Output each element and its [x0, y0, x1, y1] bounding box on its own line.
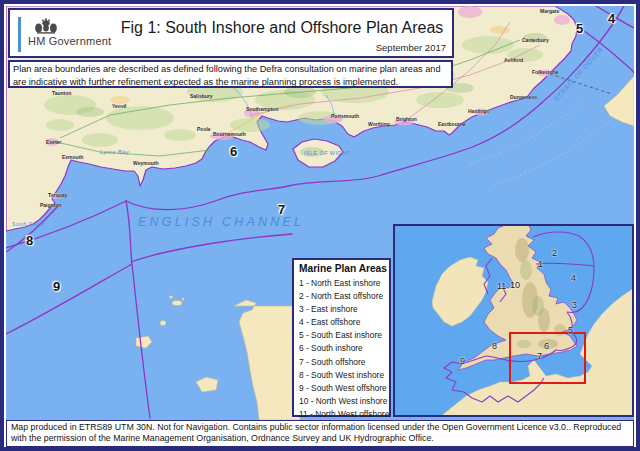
legend-item: 7 - South offshore: [299, 356, 387, 369]
legend-item: 1 - North East inshore: [299, 277, 387, 290]
disclaimer-box: Plan area boundaries are described as de…: [8, 60, 453, 88]
header-box: HM Government Fig 1: South Inshore and O…: [8, 8, 454, 58]
figure-date: September 2017: [376, 42, 446, 53]
legend-title: Marine Plan Areas: [299, 263, 387, 274]
org-name: HM Government: [28, 35, 111, 47]
footer-box: Map produced in ETRS89 UTM 30N. Not for …: [6, 420, 634, 447]
figure-frame: ENGLISH CHANNELSTRAIT OF DOVERLyme BayIS…: [0, 0, 640, 451]
inset-overview-map: [393, 224, 634, 417]
logo-body: HM Government: [28, 17, 111, 47]
legend-item: 2 - North East offshore: [299, 290, 387, 303]
legend-item: 6 - South inshore: [299, 342, 387, 355]
hm-government-logo: HM Government: [18, 17, 111, 52]
logo-blue-bar: [18, 17, 21, 52]
royal-crest-icon: [34, 17, 58, 34]
legend-item: 10 - North West inshore: [299, 395, 387, 408]
legend-items: 1 - North East inshore2 - North East off…: [299, 277, 387, 421]
footer-attribution-text: Map produced in ETRS89 UTM 30N. Not for …: [11, 422, 621, 443]
disclaimer-text: Plan area boundaries are described as de…: [13, 64, 441, 87]
legend-item: 4 - East offshore: [299, 316, 387, 329]
legend-item: 9 - South West offshore: [299, 382, 387, 395]
legend-item: 5 - South East inshore: [299, 329, 387, 342]
legend-box: Marine Plan Areas 1 - North East inshore…: [292, 258, 391, 417]
legend-item: 8 - South West inshore: [299, 369, 387, 382]
legend-item: 3 - East inshore: [299, 303, 387, 316]
figure-title: Fig 1: South Inshore and Offshore Plan A…: [114, 19, 450, 37]
